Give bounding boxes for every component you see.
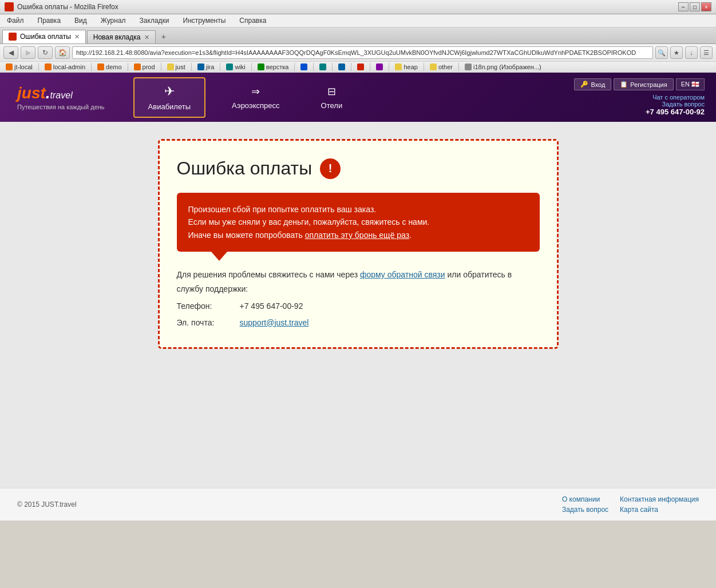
bookmark-wave[interactable]: [336, 63, 347, 71]
tab-favicon: [9, 33, 17, 41]
aeroexpress-icon: ⇒: [251, 85, 260, 98]
nav-hotels-label: Отели: [321, 101, 343, 110]
bookmark-icon: [45, 63, 52, 70]
bookmark-sep: [370, 63, 370, 71]
bookmark-sep: [251, 63, 252, 71]
register-icon: 📋: [620, 81, 628, 88]
bookmark-icon: [6, 63, 13, 70]
footer-contact-link[interactable]: Контактная информация: [620, 495, 699, 503]
bookmark-icon: [338, 63, 345, 70]
header-right: 🔑 Вход 📋 Регистрация EN 🏴󠁧󠁢󠁥󠁮󠁧󠁿 Чат с оп…: [563, 73, 716, 122]
lang-button[interactable]: EN 🏴󠁧󠁢󠁥󠁮󠁧󠁿: [676, 78, 705, 90]
error-container: Ошибка оплаты ! Произошел сбой при попыт…: [158, 139, 559, 349]
bookmark-just[interactable]: just: [165, 63, 188, 71]
new-tab-button[interactable]: +: [157, 30, 171, 43]
bookmark-sep: [424, 63, 424, 71]
footer-question-link[interactable]: Задать вопрос: [562, 506, 608, 514]
error-icon: !: [320, 158, 341, 179]
error-msg-line3: Иначе вы можете попробовать оплатить эту…: [188, 229, 528, 241]
bookmark-sep: [128, 63, 128, 71]
bookmark-local-admin[interactable]: local-admin: [42, 63, 88, 71]
bookmark-icon: [376, 63, 383, 70]
footer-links-left: О компании Задать вопрос: [562, 495, 608, 514]
tab-newtab-close-icon[interactable]: ✕: [144, 34, 149, 41]
bookmark-sep: [389, 63, 389, 71]
menu-bookmarks[interactable]: Закладки: [137, 15, 172, 26]
tab-close-icon[interactable]: ✕: [74, 33, 80, 41]
menu-edit[interactable]: Правка: [35, 15, 64, 26]
login-button[interactable]: 🔑 Вход: [574, 78, 611, 90]
menu-help[interactable]: Справка: [237, 15, 268, 26]
bookmark-sep: [161, 63, 161, 71]
bookmark-wiki[interactable]: wiki: [224, 63, 247, 71]
logo-just: just: [17, 84, 46, 102]
bookmark-jira[interactable]: jira: [195, 63, 217, 71]
home-button[interactable]: 🏠: [55, 46, 70, 59]
footer-sitemap-link[interactable]: Карта сайта: [620, 506, 658, 514]
bookmark-verstka[interactable]: верстка: [255, 63, 291, 71]
bookmark-folder-icon: [395, 63, 402, 70]
bookmark-demo[interactable]: demo: [95, 63, 124, 71]
bookmark-img[interactable]: i18n.png (Изображен...): [462, 63, 544, 71]
search-icon[interactable]: 🔍: [655, 46, 668, 59]
minimize-button[interactable]: −: [678, 2, 689, 11]
tab-active[interactable]: Ошибка оплаты ✕: [2, 30, 86, 43]
bookmark-nav[interactable]: [298, 63, 310, 71]
support-email-link[interactable]: support@just.travel: [240, 316, 309, 330]
footer-copyright: © 2015 JUST.travel: [17, 500, 77, 508]
restore-button[interactable]: □: [690, 2, 700, 11]
error-details-text: Для решения проблемы свяжитесь с нами че…: [177, 268, 540, 296]
browser-titlebar: Ошибка оплаты - Mozilla Firefox − □ ×: [0, 0, 716, 14]
question-link[interactable]: Задать вопрос: [646, 101, 705, 108]
bookmarks-bar: jt-local local-admin demo prod just jira…: [0, 62, 716, 73]
bookmark-x[interactable]: [355, 63, 366, 71]
chat-link-text: Чат с оператором: [652, 94, 705, 101]
bookmark-icon: [197, 63, 204, 70]
nav-flights[interactable]: ✈ Авиабилеты: [133, 77, 205, 118]
bookmark-star-icon[interactable]: ★: [670, 46, 683, 59]
bookmark-heap[interactable]: heap: [393, 63, 420, 71]
bookmark-nav2[interactable]: [374, 63, 385, 71]
browser-toolbar: ◀ ▶ ↻ 🏠 🔍 ★ ↓ ☰: [0, 44, 716, 62]
register-button[interactable]: 📋 Регистрация: [614, 78, 673, 90]
chat-link[interactable]: Чат с оператором: [646, 94, 705, 101]
footer-links: О компании Задать вопрос Контактная инфо…: [562, 495, 699, 514]
bookmark-icon: [357, 63, 364, 70]
menu-icon[interactable]: ☰: [700, 46, 713, 59]
address-bar[interactable]: [72, 46, 653, 59]
download-icon[interactable]: ↓: [685, 46, 698, 59]
bookmark-prod[interactable]: prod: [132, 63, 157, 71]
retry-payment-link[interactable]: оплатить эту бронь ещё раз: [305, 231, 409, 240]
bookmark-arrow[interactable]: [317, 63, 329, 71]
back-button[interactable]: ◀: [3, 46, 18, 59]
nav-aeroexpress-label: Аэроэкспресс: [232, 101, 280, 110]
forward-button[interactable]: ▶: [21, 46, 35, 59]
nav-aeroexpress[interactable]: ⇒ Аэроэкспресс: [217, 78, 295, 117]
error-details: Для решения проблемы свяжитесь с нами че…: [177, 268, 540, 330]
close-button[interactable]: ×: [701, 2, 711, 11]
browser-tabs: Ошибка оплаты ✕ Новая вкладка ✕ +: [0, 27, 716, 44]
menu-view[interactable]: Вид: [72, 15, 89, 26]
menu-journal[interactable]: Журнал: [98, 15, 128, 26]
bookmark-other[interactable]: other: [428, 63, 455, 71]
nav-hotels[interactable]: ⊟ Отели: [306, 78, 358, 117]
footer-about-link[interactable]: О компании: [562, 495, 600, 503]
menu-file[interactable]: Файл: [5, 15, 26, 26]
logo-area: just.travel Путешествия на каждый день: [0, 73, 122, 122]
site-header: just.travel Путешествия на каждый день ✈…: [0, 73, 716, 122]
menu-tools[interactable]: Инструменты: [181, 15, 228, 26]
question-link-text: Задать вопрос: [662, 101, 705, 108]
hotels-icon: ⊟: [327, 85, 336, 98]
main-nav: ✈ Авиабилеты ⇒ Аэроэкспресс ⊟ Отели: [122, 73, 563, 122]
tab-newtab[interactable]: Новая вкладка ✕: [87, 30, 156, 43]
details-pre: Для решения проблемы свяжитесь с нами че…: [177, 270, 360, 279]
logo-dot: .: [46, 84, 50, 102]
bookmark-sep: [313, 63, 314, 71]
error-msg-line2: Если мы уже сняли у вас деньги, пожалуйс…: [188, 216, 528, 228]
bookmark-jt-local[interactable]: jt-local: [3, 63, 35, 71]
email-label: Эл. почта:: [177, 316, 228, 330]
reload-button[interactable]: ↻: [38, 46, 53, 59]
titlebar-controls: − □ ×: [678, 2, 711, 11]
error-msg-post: .: [409, 231, 412, 240]
feedback-form-link[interactable]: форму обратной связи: [360, 270, 445, 279]
